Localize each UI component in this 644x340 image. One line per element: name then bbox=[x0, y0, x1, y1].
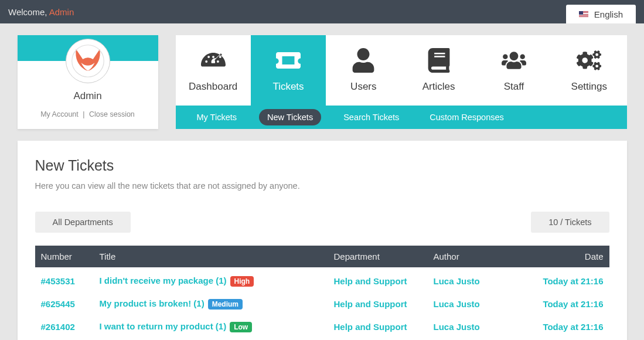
subtab-my-tickets[interactable]: My Tickets bbox=[189, 109, 245, 125]
cogs-icon bbox=[577, 48, 601, 73]
subtab-search-tickets[interactable]: Search Tickets bbox=[335, 109, 407, 125]
subtabs: My Tickets New Tickets Search Tickets Cu… bbox=[176, 106, 627, 129]
profile-links: My Account | Close session bbox=[18, 110, 158, 118]
priority-badge: Medium bbox=[208, 299, 243, 310]
nav-label: Users bbox=[350, 81, 376, 93]
ticket-number[interactable]: #261402 bbox=[41, 322, 75, 332]
close-session-link[interactable]: Close session bbox=[89, 110, 135, 118]
avatar bbox=[66, 39, 110, 83]
priority-badge: Low bbox=[230, 322, 252, 332]
ticket-title[interactable]: My product is broken! (1) bbox=[100, 298, 205, 308]
gauge-icon bbox=[201, 48, 226, 73]
ticket-date: Today at 21:16 bbox=[543, 276, 603, 286]
tab-users[interactable]: Users bbox=[326, 35, 401, 106]
tab-tickets[interactable]: Tickets bbox=[251, 35, 326, 106]
ticket-date: Today at 21:16 bbox=[543, 299, 603, 309]
my-account-link[interactable]: My Account bbox=[40, 110, 79, 118]
welcome-prefix: Welcome, bbox=[8, 7, 49, 17]
separator: | bbox=[83, 110, 84, 118]
nav-label: Tickets bbox=[272, 81, 304, 93]
filters-row: All Departments 10 / Tickets bbox=[35, 212, 609, 233]
us-flag-icon bbox=[579, 11, 588, 18]
ticket-number[interactable]: #625445 bbox=[41, 299, 75, 309]
ticket-author[interactable]: Luca Justo bbox=[434, 299, 480, 309]
ticket-author[interactable]: Luca Justo bbox=[434, 276, 480, 286]
tab-dashboard[interactable]: Dashboard bbox=[176, 35, 251, 106]
col-title: Title bbox=[94, 246, 328, 267]
tab-articles[interactable]: Articles bbox=[401, 35, 476, 106]
fox-icon bbox=[71, 44, 105, 78]
col-department: Department bbox=[328, 246, 428, 267]
pagesize-filter[interactable]: 10 / Tickets bbox=[531, 212, 609, 233]
table-row[interactable]: #625445My product is broken! (1)MediumHe… bbox=[35, 290, 609, 313]
subtab-custom-responses[interactable]: Custom Responses bbox=[421, 109, 512, 125]
page-description: Here you can view all the new tickets th… bbox=[35, 181, 609, 191]
main-nav: Dashboard Tickets Users Articles Staff bbox=[176, 35, 627, 106]
ticket-department[interactable]: Help and Support bbox=[334, 322, 407, 332]
language-selector[interactable]: English bbox=[566, 5, 636, 23]
ticket-date: Today at 21:16 bbox=[543, 322, 603, 332]
welcome-username: Admin bbox=[49, 7, 74, 17]
ticket-number[interactable]: #453531 bbox=[41, 276, 75, 286]
ticket-title[interactable]: I didn't receive my package (1) bbox=[100, 276, 227, 285]
nav-label: Settings bbox=[571, 81, 607, 93]
users-icon bbox=[502, 48, 526, 73]
nav-label: Dashboard bbox=[189, 81, 237, 93]
table-header-row: Number Title Department Author Date bbox=[35, 246, 609, 267]
welcome-text: Welcome, Admin bbox=[8, 7, 74, 17]
tickets-table: Number Title Department Author Date #453… bbox=[35, 246, 609, 336]
tab-settings[interactable]: Settings bbox=[551, 35, 626, 106]
ticket-department[interactable]: Help and Support bbox=[334, 276, 407, 286]
col-number: Number bbox=[35, 246, 94, 267]
nav-label: Staff bbox=[504, 81, 524, 93]
topbar: Welcome, Admin English bbox=[0, 0, 644, 23]
profile-card: Admin My Account | Close session bbox=[18, 35, 158, 129]
page-title: New Tickets bbox=[35, 157, 609, 174]
language-label: English bbox=[594, 9, 623, 19]
tab-staff[interactable]: Staff bbox=[476, 35, 551, 106]
subtab-new-tickets[interactable]: New Tickets bbox=[259, 109, 321, 125]
ticket-title[interactable]: I want to return my product (1) bbox=[100, 321, 227, 331]
content-card: New Tickets Here you can view all the ne… bbox=[18, 141, 627, 340]
col-author: Author bbox=[428, 246, 527, 267]
book-icon bbox=[427, 48, 451, 73]
ticket-department[interactable]: Help and Support bbox=[334, 299, 407, 309]
ticket-author[interactable]: Luca Justo bbox=[434, 322, 480, 332]
table-row[interactable]: #261402I want to return my product (1)Lo… bbox=[35, 313, 609, 336]
profile-name: Admin bbox=[18, 90, 158, 102]
table-row[interactable]: #453531I didn't receive my package (1)Hi… bbox=[35, 267, 609, 290]
department-filter[interactable]: All Departments bbox=[35, 212, 131, 233]
ticket-icon bbox=[276, 48, 301, 73]
col-date: Date bbox=[527, 246, 609, 267]
user-icon bbox=[351, 48, 376, 73]
nav-label: Articles bbox=[422, 81, 455, 93]
priority-badge: High bbox=[230, 276, 254, 287]
